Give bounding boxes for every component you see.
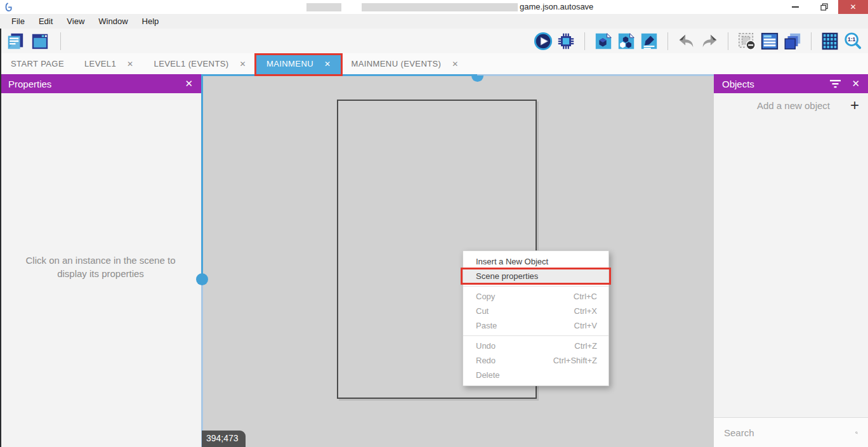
objects-panel: Objects ✕ Add a new object + (714, 74, 868, 447)
gdevelop-logo-icon (4, 1, 15, 13)
tab-close-icon[interactable]: ✕ (240, 60, 246, 68)
window-left-edge (0, 29, 1, 447)
restore-icon (820, 3, 828, 11)
toolbar-left-group (6, 32, 66, 51)
redo-icon[interactable] (700, 32, 719, 51)
menu-item[interactable]: View (60, 14, 91, 29)
tab-label: START PAGE (11, 59, 64, 68)
menu-item-shortcut: Ctrl+X (574, 306, 597, 316)
top-separator[interactable] (201, 74, 477, 76)
tab-close-icon[interactable]: ✕ (324, 60, 331, 68)
restore-button[interactable] (810, 0, 838, 14)
add-object-row[interactable]: Add a new object + (714, 93, 868, 117)
objects-panel-title: Objects (722, 79, 754, 89)
properties-empty-message: Click on an instance in the scene to dis… (11, 254, 190, 280)
top-separator-light[interactable] (477, 74, 714, 76)
context-menu-item[interactable] (463, 335, 608, 336)
context-menu-item[interactable]: Redo Ctrl+Shift+Z (463, 353, 608, 368)
menu-item-label: Insert a New Object (476, 257, 548, 266)
tab-close-icon[interactable]: ✕ (127, 60, 133, 68)
objects-file-icon[interactable] (617, 32, 636, 51)
toolbar-divider (584, 32, 585, 50)
menu-item-label: Cut (476, 306, 489, 316)
context-menu-item[interactable]: Paste Ctrl+V (463, 318, 608, 333)
layers-icon[interactable] (783, 32, 802, 51)
undo-icon[interactable] (677, 32, 696, 51)
context-menu-item[interactable]: Undo Ctrl+Z (463, 339, 608, 353)
properties-panel-title: Properties (8, 79, 51, 89)
context-menu-item[interactable]: Scene properties (463, 269, 608, 283)
plus-icon[interactable]: + (850, 98, 859, 113)
scene-canvas[interactable]: 394;473 Insert a New Object Scene proper… (201, 74, 714, 447)
toolbar-divider (728, 32, 728, 50)
properties-panel: Properties ✕ Click on an instance in the… (0, 74, 201, 447)
tab-bar: START PAGE LEVEL1 ✕ LEVEL1 (EVENTS) ✕ MA… (0, 53, 868, 74)
properties-close-icon[interactable]: ✕ (185, 78, 193, 89)
main-content: Properties ✕ Click on an instance in the… (0, 74, 868, 447)
project-manager-icon[interactable] (6, 32, 25, 51)
mask-icon[interactable] (737, 32, 756, 51)
tab-label: LEVEL1 (EVENTS) (154, 59, 229, 68)
minimize-button[interactable] (781, 0, 810, 14)
play-icon[interactable] (534, 32, 553, 51)
tab-label: MAINMENU (EVENTS) (351, 59, 441, 68)
context-menu-item[interactable]: Copy Ctrl+C (463, 289, 608, 304)
menu-item[interactable]: Edit (32, 14, 60, 29)
editor-tab[interactable]: LEVEL1 ✕ (74, 53, 144, 74)
menu-item[interactable]: File (4, 14, 32, 29)
menu-item[interactable]: Help (135, 14, 166, 29)
search-icon[interactable] (855, 427, 858, 439)
objects-panel-header: Objects ✕ (714, 74, 868, 93)
menu-bar: FileEditViewWindowHelp (0, 14, 868, 29)
scene-file-icon[interactable] (594, 32, 613, 51)
svg-text:1:1: 1:1 (848, 36, 855, 42)
left-separator-light[interactable] (201, 279, 203, 447)
edit-scene-icon[interactable] (640, 32, 659, 51)
context-menu-item[interactable]: Delete (463, 368, 608, 382)
tab-close-icon[interactable]: ✕ (452, 60, 458, 68)
editor-tab[interactable]: MAINMENU ✕ (256, 53, 341, 74)
toolbar-divider (811, 32, 812, 50)
close-button[interactable]: ✕ (838, 0, 868, 14)
menu-item-label: Paste (476, 321, 497, 330)
search-input[interactable] (724, 427, 850, 438)
properties-panel-header: Properties ✕ (0, 74, 201, 93)
context-menu-item[interactable]: Insert a New Object (463, 254, 608, 269)
grid-icon[interactable] (820, 32, 839, 51)
title-bar: game.json.autosave ✕ (0, 0, 868, 14)
editor-tab[interactable]: START PAGE (1, 53, 74, 74)
editor-tab[interactable]: LEVEL1 (EVENTS) ✕ (144, 53, 256, 74)
menu-item[interactable]: Window (91, 14, 135, 29)
cursor-coordinates-badge: 394;473 (202, 431, 246, 447)
objects-header-icons: ✕ (830, 78, 860, 89)
menu-item-label: Copy (476, 292, 495, 301)
window-title: game.json.autosave (520, 2, 593, 11)
zoom-1-1-icon[interactable]: 1:1 (843, 32, 862, 51)
menu-item-label: Undo (476, 341, 496, 351)
debug-icon[interactable] (556, 32, 575, 51)
menu-item-shortcut: Ctrl+V (574, 321, 597, 330)
objects-search-bar (714, 417, 868, 447)
toolbar-right-group: 1:1 (534, 32, 862, 51)
menu-item-shortcut: Ctrl+C (574, 292, 597, 301)
objects-close-icon[interactable]: ✕ (852, 78, 860, 89)
scene-window-icon[interactable] (30, 32, 49, 51)
filter-icon[interactable] (830, 79, 841, 88)
gdevelop-window: game.json.autosave ✕ FileEditViewWindowH… (0, 0, 868, 447)
left-drag-handle[interactable] (196, 273, 208, 285)
tab-label: LEVEL1 (84, 59, 116, 68)
objects-list-empty (714, 117, 868, 417)
context-menu-item[interactable]: Cut Ctrl+X (463, 304, 608, 318)
editor-tab[interactable]: MAINMENU (EVENTS) ✕ (341, 53, 468, 74)
context-menu-item[interactable] (463, 286, 608, 287)
menu-item-label: Delete (476, 370, 500, 380)
add-object-label: Add a new object (723, 100, 850, 111)
minimize-icon (792, 6, 799, 8)
toolbar: 1:1 (0, 29, 868, 53)
top-drag-handle[interactable] (471, 75, 483, 82)
toolbar-divider (60, 32, 61, 50)
redacted-title-segment (306, 3, 341, 11)
left-separator[interactable] (201, 74, 203, 279)
instances-list-icon[interactable] (760, 32, 779, 51)
close-icon: ✕ (850, 3, 856, 11)
